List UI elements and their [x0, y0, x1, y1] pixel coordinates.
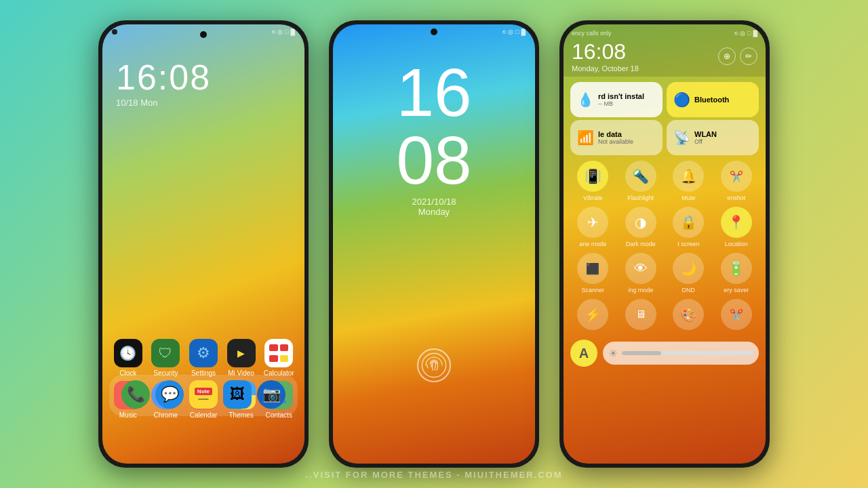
- vibrate-btn[interactable]: 📳: [577, 161, 608, 192]
- cc-card-bluetooth[interactable]: 🔵 Bluetooth: [667, 82, 759, 117]
- card-bt-title: Bluetooth: [694, 96, 729, 104]
- scanner-btn[interactable]: ⬛: [577, 253, 608, 284]
- cc-toggle-row-2: ✈ ane mode ◑ Dark mode 🔒 t screen 📍 Loca…: [564, 204, 766, 250]
- flashlight-btn[interactable]: 🔦: [625, 161, 656, 192]
- lock-hour: 16: [396, 58, 471, 126]
- card-wlan-title: WLAN: [694, 130, 717, 138]
- screenshot-btn[interactable]: ✂️: [721, 161, 752, 192]
- dock: 📞 💬 Note ═══ 🖼 📷: [109, 375, 298, 416]
- battery-cc-icon: ▓: [753, 30, 757, 37]
- mobile-data-icon: 📶: [577, 129, 594, 146]
- card-mobile-sub: Not available: [598, 138, 633, 145]
- lock-day-text: Monday: [418, 207, 450, 217]
- wlan-icon: 📡: [673, 129, 690, 146]
- cc-mute[interactable]: 🔔 Mute: [666, 161, 711, 201]
- lockscreen-btn[interactable]: 🔒: [673, 207, 704, 238]
- calls-only-text: ency calls only: [572, 30, 612, 37]
- dnd-label: DND: [682, 287, 696, 293]
- lock-minute: 08: [396, 126, 471, 194]
- brightness-fill: [622, 351, 661, 355]
- lockscreen: ⎋ ◎ □ ▓ 16 08 2021/10/18 Monday: [333, 24, 535, 464]
- cc-readingmode[interactable]: 👁 ing mode: [618, 253, 664, 293]
- cc-card-bt-text: Bluetooth: [694, 96, 729, 104]
- location-label: Location: [725, 241, 748, 247]
- signal-icon-2: □: [515, 28, 519, 35]
- dock-phone[interactable]: 📞: [119, 380, 153, 411]
- color-btn[interactable]: 🎨: [673, 299, 704, 330]
- cc-action-icons: ⊕ ✏: [718, 47, 757, 65]
- cc-share-icon[interactable]: ✏: [740, 47, 757, 65]
- location-btn[interactable]: 📍: [721, 207, 752, 238]
- cc-batterysaver[interactable]: 🔋 ery saver: [714, 253, 760, 293]
- phone-icon: 📞: [121, 380, 150, 409]
- cc-card-mobile-text: le data Not available: [598, 130, 633, 145]
- cc-date-display: Monday, October 18: [572, 64, 639, 73]
- cc-time-block: 16:08 Monday, October 18: [572, 39, 639, 73]
- app-clock[interactable]: 🕓 Clock: [111, 339, 146, 377]
- app-calculator[interactable]: Calculator: [261, 339, 296, 377]
- cc-status-bar: ency calls only ⎋ ◎ □ ▓: [572, 30, 757, 37]
- cc-toggle-row-4: ⚡ 🖥 🎨 ✂️: [564, 296, 766, 336]
- lock-date: 2021/10/18 Monday: [396, 197, 471, 217]
- cc-screenshot[interactable]: ✂️ enshot: [714, 161, 760, 201]
- calculator-icon: [264, 339, 293, 367]
- card-wlan-sub: Off: [694, 138, 717, 145]
- phone-3: ency calls only ⎋ ◎ □ ▓ 16:08 Monday, Oc…: [559, 20, 770, 468]
- cast-btn[interactable]: 🖥: [625, 299, 656, 330]
- power-btn[interactable]: ⚡: [577, 299, 608, 330]
- cc-card-wlan[interactable]: 📡 WLAN Off: [667, 120, 759, 155]
- mivideo-icon: [227, 339, 256, 367]
- card-data-title: rd isn't instal: [598, 92, 644, 100]
- dock-camera[interactable]: 📷: [254, 380, 288, 411]
- cc-vibrate[interactable]: 📳 Vibrate: [570, 161, 616, 201]
- dnd-btn[interactable]: 🌙: [673, 253, 704, 284]
- app-security[interactable]: 🛡 Security: [148, 339, 183, 377]
- alarm-icon: ◎: [277, 28, 283, 35]
- bt-icon: ⎋: [502, 28, 506, 35]
- cc-more[interactable]: ✂️: [714, 299, 760, 333]
- cc-header: ency calls only ⎋ ◎ □ ▓ 16:08 Monday, Oc…: [564, 24, 766, 77]
- lock-time-display: 16:08 10/18 Mon: [102, 57, 304, 108]
- dock-notes[interactable]: Note ═══: [186, 380, 220, 411]
- cc-toggle-row-1: 📳 Vibrate 🔦 Flashlight 🔔 Mute ✂️ enshot: [564, 158, 766, 204]
- brightness-slider[interactable]: ☀: [603, 342, 759, 365]
- cc-dnd[interactable]: 🌙 DND: [666, 253, 711, 293]
- cc-airplane[interactable]: ✈ ane mode: [570, 207, 616, 247]
- cc-card-mobile[interactable]: 📶 le data Not available: [570, 120, 663, 155]
- batterysaver-btn[interactable]: 🔋: [721, 253, 752, 284]
- card-data-sub: -- MB: [598, 100, 644, 107]
- status-icons-2: ⎋ ◎ □ ▓: [502, 28, 526, 35]
- app-mivideo[interactable]: Mi Video: [224, 339, 259, 377]
- cc-color[interactable]: 🎨: [666, 299, 711, 333]
- darkmode-label: Dark mode: [626, 241, 656, 247]
- cc-cast[interactable]: 🖥: [618, 299, 664, 333]
- cc-location[interactable]: 📍 Location: [714, 207, 760, 247]
- darkmode-btn[interactable]: ◑: [625, 207, 656, 238]
- cc-card-data[interactable]: 💧 rd isn't instal -- MB: [570, 82, 663, 117]
- cc-time-row: 16:08 Monday, October 18 ⊕ ✏: [572, 39, 757, 73]
- messages-icon: 💬: [155, 380, 184, 409]
- mute-btn[interactable]: 🔔: [673, 161, 704, 192]
- cc-card-wlan-text: WLAN Off: [694, 130, 717, 145]
- readingmode-btn[interactable]: 👁: [625, 253, 656, 284]
- dock-gallery[interactable]: 🖼: [220, 380, 254, 411]
- cc-lockscreen[interactable]: 🔒 t screen: [666, 207, 711, 247]
- cc-darkmode[interactable]: ◑ Dark mode: [618, 207, 664, 247]
- more-btn[interactable]: ✂️: [721, 299, 752, 330]
- bluetooth-cc-icon: 🔵: [673, 92, 690, 108]
- font-size-btn[interactable]: A: [570, 340, 597, 367]
- airplane-btn[interactable]: ✈: [577, 207, 608, 238]
- lockscreen-label: t screen: [677, 241, 699, 247]
- cc-power[interactable]: ⚡: [570, 299, 616, 333]
- cc-scanner[interactable]: ⬛ Scanner: [570, 253, 616, 293]
- fingerprint-button[interactable]: [417, 348, 451, 382]
- cc-edit-icon[interactable]: ⊕: [718, 47, 736, 65]
- batterysaver-label: ery saver: [724, 287, 749, 293]
- brightness-track: [622, 351, 753, 355]
- dock-messages[interactable]: 💬: [153, 380, 186, 411]
- cc-flashlight[interactable]: 🔦 Flashlight: [618, 161, 664, 201]
- watermark: ..VISIT FOR MORE THEMES - MIUITHEMER.COM: [0, 470, 868, 480]
- app-settings[interactable]: ⚙ Settings: [186, 339, 221, 377]
- camera-hole: [200, 31, 207, 38]
- cc-toggle-row-3: ⬛ Scanner 👁 ing mode 🌙 DND 🔋 ery saver: [564, 250, 766, 296]
